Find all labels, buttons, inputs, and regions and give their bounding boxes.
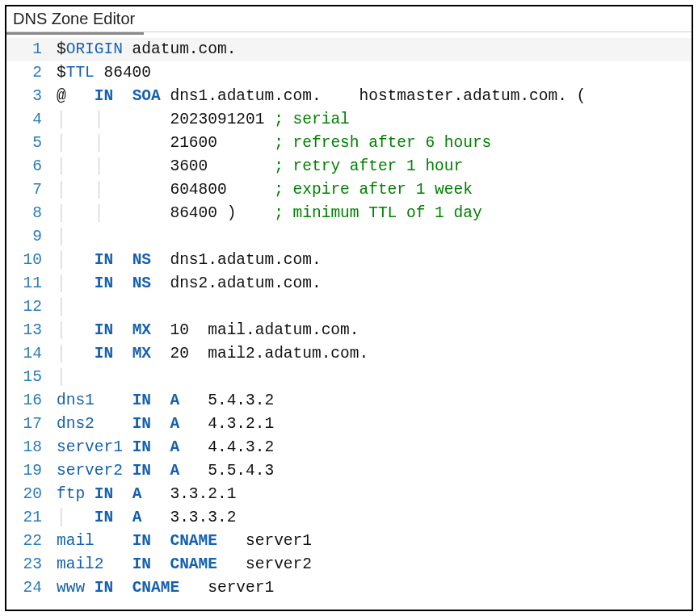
code-content[interactable]: dns2 IN A 4.3.2.1 bbox=[57, 413, 692, 436]
code-token: ; refresh after 6 hours bbox=[274, 134, 491, 152]
line-number: 13 bbox=[6, 319, 57, 342]
code-line[interactable]: 3@ IN SOA dns1.adatum.com. hostmaster.ad… bbox=[6, 85, 692, 108]
code-line[interactable]: 13│ IN MX 10 mail.adatum.com. bbox=[6, 319, 692, 342]
code-content[interactable]: │ bbox=[57, 225, 692, 249]
line-number: 16 bbox=[6, 389, 57, 413]
code-line[interactable]: 4│ │ 2023091201 ; serial bbox=[6, 108, 692, 132]
code-token: server2 bbox=[57, 462, 123, 480]
code-token: A bbox=[170, 438, 179, 456]
code-token: ftp bbox=[57, 485, 85, 503]
code-line[interactable]: 10│ IN NS dns1.adatum.com. bbox=[6, 249, 692, 272]
code-token: │ bbox=[57, 345, 95, 362]
code-line[interactable]: 12│ bbox=[6, 295, 692, 319]
code-token bbox=[113, 321, 132, 339]
code-line[interactable]: 5│ │ 21600 ; refresh after 6 hours bbox=[6, 132, 692, 155]
code-content[interactable]: │ │ 21600 ; refresh after 6 hours bbox=[57, 132, 692, 155]
code-token: ; retry after 1 hour bbox=[274, 157, 463, 175]
code-token: 604800 bbox=[170, 181, 274, 199]
code-content[interactable]: $TTL 86400 bbox=[57, 61, 692, 85]
code-token: 3.3.2.1 bbox=[141, 485, 236, 503]
code-line[interactable]: 19server2 IN A 5.5.4.3 bbox=[6, 459, 692, 483]
code-token: │ bbox=[57, 298, 66, 316]
code-content[interactable]: │ │ 3600 ; retry after 1 hour bbox=[57, 155, 692, 178]
code-line[interactable]: 1$ORIGIN adatum.com. bbox=[6, 38, 692, 61]
code-content[interactable]: @ IN SOA dns1.adatum.com. hostmaster.ada… bbox=[57, 85, 692, 108]
code-content[interactable]: server2 IN A 5.5.4.3 bbox=[57, 459, 692, 483]
code-content[interactable]: │ IN NS dns1.adatum.com. bbox=[57, 249, 692, 272]
code-line[interactable]: 21│ IN A 3.3.3.2 bbox=[6, 506, 692, 530]
code-content[interactable]: www IN CNAME server1 bbox=[57, 576, 692, 600]
code-token: SOA bbox=[132, 87, 161, 105]
code-content[interactable]: dns1 IN A 5.4.3.2 bbox=[57, 389, 692, 413]
code-line[interactable]: 16dns1 IN A 5.4.3.2 bbox=[6, 389, 692, 413]
code-token: ; serial bbox=[274, 111, 350, 128]
line-number: 21 bbox=[6, 506, 57, 530]
code-content[interactable]: │ │ 2023091201 ; serial bbox=[57, 108, 692, 132]
code-line[interactable]: 6│ │ 3600 ; retry after 1 hour bbox=[6, 155, 692, 178]
code-token: A bbox=[132, 485, 142, 503]
code-token bbox=[113, 345, 132, 362]
code-line[interactable]: 24www IN CNAME server1 bbox=[6, 576, 692, 600]
code-content[interactable]: $ORIGIN adatum.com. bbox=[57, 38, 692, 61]
code-content[interactable]: ftp IN A 3.3.2.1 bbox=[57, 483, 692, 506]
line-number: 7 bbox=[6, 178, 57, 202]
code-content[interactable]: │ IN A 3.3.3.2 bbox=[57, 506, 692, 530]
code-token bbox=[95, 415, 132, 433]
code-content[interactable]: │ │ 604800 ; expire after 1 week bbox=[57, 178, 692, 202]
code-token: │ │ bbox=[57, 111, 170, 128]
code-token bbox=[151, 532, 170, 550]
code-token: 10 mail.adatum.com. bbox=[151, 321, 359, 339]
code-token: │ bbox=[57, 228, 66, 245]
code-line[interactable]: 23mail2 IN CNAME server2 bbox=[6, 553, 692, 576]
line-number: 14 bbox=[6, 342, 57, 366]
code-token: $ bbox=[57, 40, 66, 58]
code-token: IN bbox=[95, 509, 113, 526]
code-token bbox=[95, 392, 132, 409]
line-number: 11 bbox=[6, 272, 57, 295]
line-number: 22 bbox=[6, 530, 57, 553]
code-content[interactable]: │ bbox=[57, 295, 692, 319]
code-line[interactable]: 15│ bbox=[6, 366, 692, 389]
code-content[interactable]: mail2 IN CNAME server2 bbox=[57, 553, 692, 576]
code-line[interactable]: 18server1 IN A 4.4.3.2 bbox=[6, 436, 692, 459]
code-line[interactable]: 22mail IN CNAME server1 bbox=[6, 530, 692, 553]
code-token: 2023091201 bbox=[170, 111, 274, 128]
code-line[interactable]: 8│ │ 86400 ) ; minimum TTL of 1 day bbox=[6, 202, 692, 225]
code-line[interactable]: 7│ │ 604800 ; expire after 1 week bbox=[6, 178, 692, 202]
code-content[interactable]: server1 IN A 4.4.3.2 bbox=[57, 436, 692, 459]
code-line[interactable]: 11│ IN NS dns2.adatum.com. bbox=[6, 272, 692, 295]
code-token: CNAME bbox=[170, 555, 217, 573]
line-number: 2 bbox=[6, 61, 57, 85]
code-token: 3.3.3.2 bbox=[141, 509, 236, 526]
code-token: ; minimum TTL of 1 day bbox=[274, 204, 481, 222]
code-token: │ bbox=[57, 321, 95, 339]
code-token: server1 bbox=[179, 579, 274, 597]
code-token bbox=[123, 462, 132, 480]
code-line[interactable]: 9│ bbox=[6, 225, 692, 249]
line-number: 12 bbox=[6, 295, 57, 319]
code-token: NS bbox=[132, 274, 151, 292]
code-token bbox=[113, 579, 132, 597]
code-token: ORIGIN bbox=[66, 40, 123, 58]
code-content[interactable]: │ │ 86400 ) ; minimum TTL of 1 day bbox=[57, 202, 692, 225]
code-content[interactable]: mail IN CNAME server1 bbox=[57, 530, 692, 553]
code-line[interactable]: 2$TTL 86400 bbox=[6, 61, 692, 85]
code-line[interactable]: 14│ IN MX 20 mail2.adatum.com. bbox=[6, 342, 692, 366]
code-line[interactable]: 17dns2 IN A 4.3.2.1 bbox=[6, 413, 692, 436]
code-content[interactable]: │ IN MX 20 mail2.adatum.com. bbox=[57, 342, 692, 366]
code-token: IN bbox=[95, 274, 113, 292]
code-token: dns1.adatum.com. bbox=[151, 251, 322, 269]
code-content[interactable]: │ IN NS dns2.adatum.com. bbox=[57, 272, 692, 295]
code-token: www bbox=[57, 579, 85, 597]
code-token: NS bbox=[132, 251, 151, 269]
line-number: 15 bbox=[6, 366, 57, 389]
code-editor[interactable]: 1$ORIGIN adatum.com.2$TTL 864003@ IN SOA… bbox=[6, 36, 692, 600]
code-token bbox=[113, 251, 132, 269]
code-token: │ │ bbox=[57, 134, 170, 152]
code-line[interactable]: 20ftp IN A 3.3.2.1 bbox=[6, 483, 692, 506]
code-content[interactable]: │ bbox=[57, 366, 692, 389]
code-token: 5.5.4.3 bbox=[179, 462, 274, 480]
code-content[interactable]: │ IN MX 10 mail.adatum.com. bbox=[57, 319, 692, 342]
window-title: DNS Zone Editor bbox=[6, 6, 692, 32]
code-token: │ bbox=[57, 251, 95, 269]
